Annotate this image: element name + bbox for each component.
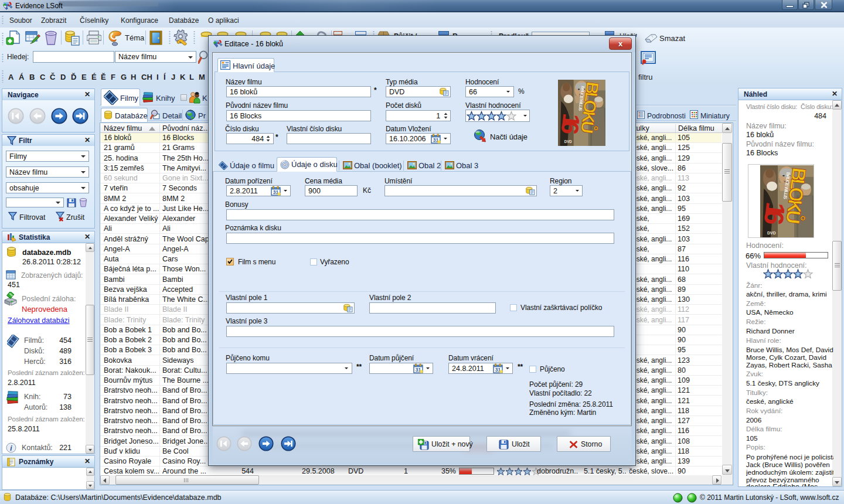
svg-text:DVD: DVD xyxy=(767,231,776,235)
svg-text:DVD: DVD xyxy=(564,139,573,144)
